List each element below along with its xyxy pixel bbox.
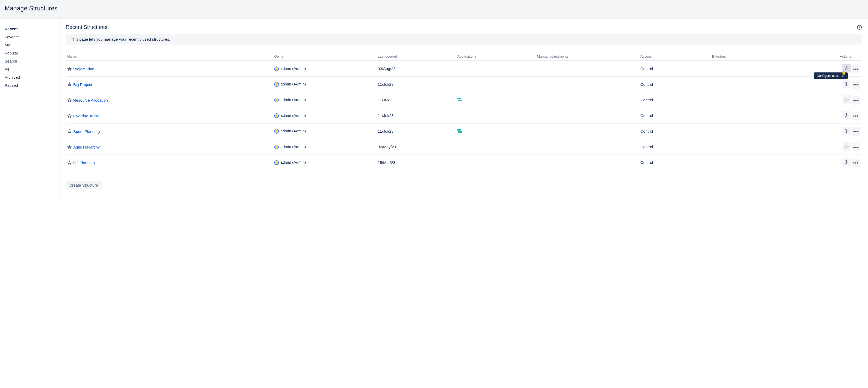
star-icon[interactable] [67, 98, 72, 102]
applications-cell [456, 76, 535, 92]
sidebar-item-favorite[interactable]: Favorite [5, 33, 59, 41]
more-icon: ••• [853, 82, 859, 87]
svg-marker-4 [67, 98, 71, 102]
svg-marker-12 [67, 161, 71, 164]
manual-cell [535, 155, 639, 170]
configure-button[interactable] [842, 142, 851, 151]
star-icon[interactable] [67, 114, 72, 118]
table-row: Project Planadmin (Admin)03/Aug/23Contro… [66, 61, 862, 76]
applications-cell [456, 124, 535, 139]
access-cell: Control [639, 76, 711, 92]
more-actions-button[interactable]: ••• [852, 127, 860, 136]
help-icon[interactable]: ? [857, 25, 862, 30]
configure-button[interactable] [842, 127, 851, 135]
last-opened: 11/Jul/23 [376, 124, 456, 139]
svg-marker-0 [67, 67, 71, 70]
access-cell: Control [639, 139, 711, 155]
applications-cell [456, 92, 535, 108]
effectors-cell [711, 92, 790, 108]
col-applications[interactable]: Applications [456, 53, 535, 61]
avatar [274, 160, 279, 165]
effectors-cell [711, 124, 790, 139]
manual-cell [535, 61, 639, 76]
star-icon[interactable] [67, 82, 72, 87]
col-name[interactable]: Name [66, 53, 273, 61]
configure-button[interactable] [842, 95, 851, 104]
owner-name: admin (Admin) [280, 160, 306, 164]
avatar [274, 66, 279, 71]
actions-cell: •••Configure structure👆 [790, 61, 862, 76]
sidebar-item-my[interactable]: My [5, 41, 59, 49]
access-cell: Control [639, 92, 711, 108]
last-opened: 02/May/23 [376, 139, 456, 155]
svg-point-11 [846, 146, 847, 147]
avatar [274, 98, 279, 102]
more-actions-button[interactable]: ••• [852, 65, 860, 73]
col-manual[interactable]: Manual adjustments [535, 53, 639, 61]
actions-cell: ••• [790, 124, 862, 139]
configure-button[interactable] [842, 111, 851, 119]
structure-link[interactable]: Agile Hierarchy [73, 145, 100, 149]
application-icon[interactable] [457, 98, 462, 101]
structure-link[interactable]: Sprint Planning [73, 129, 100, 134]
star-icon[interactable] [67, 161, 72, 165]
owner-name: admin (Admin) [280, 97, 306, 102]
more-actions-button[interactable]: ••• [852, 112, 860, 120]
svg-point-5 [846, 99, 847, 100]
structure-link[interactable]: Big Project [73, 82, 92, 87]
avatar [274, 144, 279, 149]
manual-cell [535, 76, 639, 92]
sidebar-item-search[interactable]: Search [5, 57, 59, 65]
col-access[interactable]: Access [639, 53, 711, 61]
configure-button[interactable] [842, 158, 851, 166]
star-icon[interactable] [67, 129, 72, 134]
star-icon[interactable] [67, 67, 72, 71]
table-row: Agile Hierarchyadmin (Admin)02/May/23Con… [66, 139, 862, 155]
structures-table: Name Owner Last opened Applications Manu… [66, 53, 862, 170]
structure-link[interactable]: Resource Allocation [73, 98, 108, 102]
owner-name: admin (Admin) [280, 113, 306, 118]
more-actions-button[interactable]: ••• [852, 143, 860, 152]
structure-link[interactable]: Q2 Planning [73, 161, 95, 165]
info-panel: This page lets you manage your recently … [66, 34, 862, 44]
application-icon[interactable] [457, 129, 462, 133]
svg-point-13 [846, 162, 847, 163]
applications-cell [456, 139, 535, 155]
last-opened: 03/Aug/23 [376, 61, 456, 76]
structure-link[interactable]: Overdue Tasks [73, 114, 99, 118]
sidebar-item-recent[interactable]: Recent [5, 25, 59, 33]
owner-name: admin (Admin) [280, 144, 306, 149]
actions-cell: ••• [790, 139, 862, 155]
applications-cell [456, 108, 535, 124]
more-actions-button[interactable]: ••• [852, 96, 860, 104]
owner-name: admin (Admin) [280, 66, 306, 71]
col-last-opened[interactable]: Last opened [376, 53, 456, 61]
more-icon: ••• [853, 161, 859, 165]
sidebar-item-paused[interactable]: Paused [5, 81, 59, 89]
access-cell: Control [639, 108, 711, 124]
structure-link[interactable]: Project Plan [73, 67, 94, 71]
actions-cell: ••• [790, 108, 862, 124]
avatar [274, 82, 279, 87]
page-title: Manage Structures [5, 5, 868, 12]
col-owner[interactable]: Owner [273, 53, 376, 61]
table-row: Q2 Planningadmin (Admin)15/Mar/23Control… [66, 155, 862, 170]
manual-cell [535, 108, 639, 124]
star-icon[interactable] [67, 145, 72, 149]
last-opened: 15/Mar/23 [376, 155, 456, 170]
more-actions-button[interactable]: ••• [852, 80, 860, 89]
configure-button[interactable] [842, 64, 851, 72]
configure-button[interactable] [842, 80, 851, 88]
more-icon: ••• [853, 114, 859, 118]
access-cell: Control [639, 61, 711, 76]
col-effectors[interactable]: Effectors [711, 53, 790, 61]
content-title: Recent Structures [66, 24, 107, 30]
sidebar-item-popular[interactable]: Popular [5, 49, 59, 57]
table-row: Big Projectadmin (Admin)11/Jul/23Control… [66, 76, 862, 92]
owner-name: admin (Admin) [280, 82, 306, 86]
applications-cell [456, 61, 535, 76]
more-actions-button[interactable]: ••• [852, 159, 860, 167]
create-structure-button[interactable]: Create Structure [66, 181, 102, 189]
sidebar-item-archived[interactable]: Archived [5, 73, 59, 81]
sidebar-item-all[interactable]: All [5, 65, 59, 73]
